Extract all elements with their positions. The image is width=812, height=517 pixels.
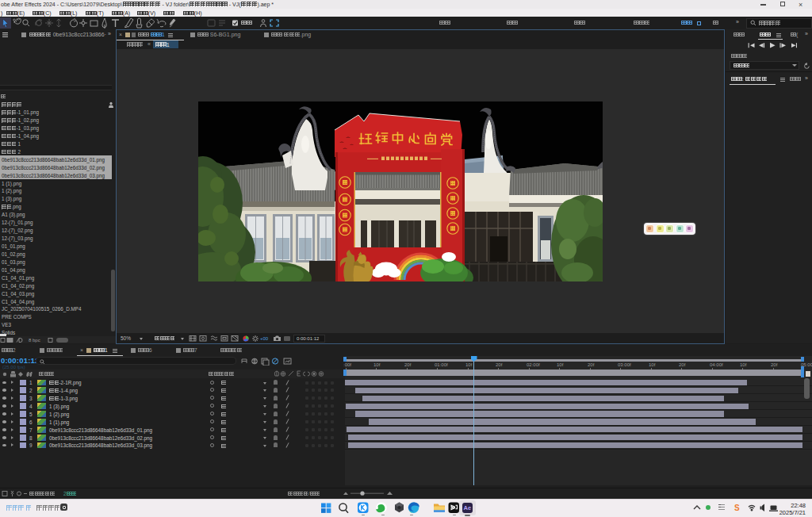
svg-text:S: S xyxy=(734,504,740,512)
